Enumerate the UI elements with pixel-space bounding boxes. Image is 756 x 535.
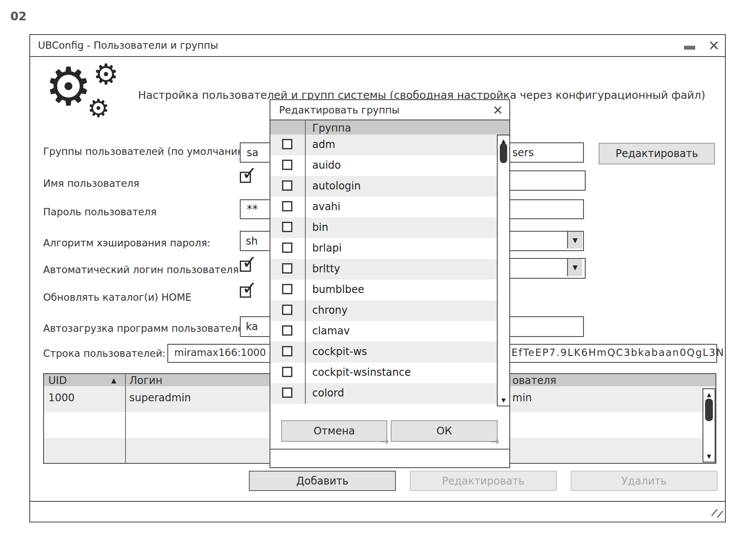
- label-users-string: Строка пользователей:: [43, 348, 166, 359]
- dialog-column-header: Группа: [312, 122, 351, 134]
- check-icon: ✓: [242, 279, 257, 297]
- group-checkbox[interactable]: [282, 263, 292, 274]
- group-label: brltty: [312, 263, 340, 275]
- group-label: clamav: [312, 325, 350, 337]
- dialog-close-icon[interactable]: ✕: [492, 103, 503, 118]
- group-checkbox[interactable]: [282, 160, 292, 170]
- scroll-up-icon[interactable]: ▲: [703, 392, 715, 397]
- table-scrollbar[interactable]: ▲ ▼: [703, 388, 715, 463]
- users-table-header-login[interactable]: Логин: [129, 374, 163, 387]
- group-row[interactable]: cockpit-ws: [270, 342, 509, 362]
- scroll-down-icon[interactable]: ▼: [703, 453, 715, 459]
- dialog-table-header: [270, 120, 509, 135]
- edit-groups-dialog: Редактировать группы ✕ Группа admauidoau…: [270, 99, 510, 468]
- group-row[interactable]: cockpit-wsinstance: [270, 362, 509, 383]
- gear-small-top-icon: ⚙: [93, 60, 119, 89]
- group-checkbox[interactable]: [282, 284, 292, 294]
- group-label: autologin: [312, 180, 361, 192]
- group-label: bin: [312, 221, 328, 233]
- group-row[interactable]: clamav: [270, 321, 509, 342]
- user-name-checkbox[interactable]: ✓: [240, 172, 251, 183]
- check-icon: ✓: [242, 253, 257, 271]
- group-checkbox[interactable]: [282, 305, 292, 315]
- group-row[interactable]: bumblbee: [270, 280, 509, 300]
- group-label: brlapi: [312, 242, 342, 254]
- group-checkbox[interactable]: [282, 201, 292, 211]
- group-label: adm: [312, 138, 335, 151]
- group-row[interactable]: brlapi: [270, 238, 509, 259]
- edit-groups-button[interactable]: Редактировать: [599, 143, 715, 164]
- close-icon[interactable]: ✕: [708, 38, 720, 54]
- statusbar-divider: [29, 501, 726, 502]
- gear-small-bottom-icon: ⚙: [87, 96, 110, 121]
- dialog-scrollbar[interactable]: ▲ ▼: [497, 135, 510, 406]
- check-icon: ✓: [242, 164, 257, 183]
- group-row[interactable]: chrony: [270, 300, 509, 321]
- hash-algorithm-value: sh: [246, 235, 258, 247]
- add-button[interactable]: Добавить: [249, 471, 396, 491]
- hash-algorithm-dropdown-button[interactable]: ▼: [567, 232, 582, 249]
- default-groups-value-right: sers: [512, 147, 534, 159]
- page-number-label: 02: [10, 9, 27, 23]
- group-label: chrony: [312, 304, 348, 316]
- scroll-down-icon[interactable]: ▼: [498, 397, 509, 403]
- table-column-divider: [125, 374, 126, 463]
- label-auto-login: Автоматический логин пользователя: [43, 264, 239, 275]
- users-string-value-left: miramax166:1000: [174, 347, 266, 358]
- group-checkbox[interactable]: [282, 325, 292, 336]
- chevron-down-icon: ▼: [573, 236, 578, 244]
- group-row[interactable]: autologin: [270, 176, 509, 197]
- chevron-down-icon: ▼: [573, 264, 578, 271]
- group-row[interactable]: brltty: [270, 259, 509, 280]
- group-row[interactable]: auido: [270, 155, 509, 176]
- auto-login-checkbox[interactable]: ✓: [240, 261, 251, 272]
- dialog-column-divider: [305, 120, 306, 404]
- default-groups-value-left: sa: [247, 147, 258, 159]
- group-label: bumblbee: [312, 283, 364, 296]
- scrollbar-thumb[interactable]: [705, 399, 713, 421]
- minimize-icon[interactable]: [684, 46, 695, 50]
- cell-tail: min: [512, 392, 532, 404]
- group-label: colord: [312, 387, 344, 399]
- group-row[interactable]: bin: [270, 217, 509, 238]
- group-label: auido: [312, 159, 341, 171]
- users-table-header-tail[interactable]: ователя: [512, 374, 556, 387]
- group-checkbox[interactable]: [282, 180, 292, 191]
- group-checkbox[interactable]: [282, 139, 292, 149]
- label-user-name: Имя пользователя: [43, 178, 139, 189]
- gears-icon: ⚙: [45, 60, 92, 113]
- group-label: cockpit-ws: [312, 346, 367, 358]
- group-row[interactable]: colord: [270, 383, 509, 404]
- group-label: cockpit-wsinstance: [312, 366, 411, 378]
- update-home-checkbox[interactable]: ✓: [240, 286, 251, 298]
- users-table-header-uid[interactable]: UID: [48, 374, 67, 387]
- group-row[interactable]: adm: [270, 135, 509, 155]
- ok-button[interactable]: ОК →: [391, 420, 498, 442]
- dialog-footer-divider: [270, 449, 509, 450]
- auto-login-dropdown-button[interactable]: ▼: [567, 259, 582, 276]
- cancel-button[interactable]: Отмена →: [281, 420, 387, 442]
- screenshot-canvas: 02 UBConfig - Пользователи и группы ✕ ⚙ …: [0, 0, 756, 535]
- cancel-button-label: Отмена: [314, 425, 355, 437]
- group-checkbox[interactable]: [282, 387, 292, 398]
- dialog-title: Редактировать группы: [279, 104, 399, 116]
- scrollbar-thumb[interactable]: [500, 143, 507, 163]
- link-arrow-icon: →: [490, 435, 499, 448]
- edit-button[interactable]: Редактировать: [410, 471, 557, 491]
- group-list: admauidoautologinavahibinbrlapibrlttybum…: [270, 135, 509, 404]
- ok-button-label: ОК: [436, 425, 452, 437]
- group-checkbox[interactable]: [282, 367, 292, 377]
- delete-button[interactable]: Удалить: [571, 471, 718, 491]
- label-update-home: Обновлять каталог(и) HOME: [43, 292, 191, 303]
- group-row[interactable]: avahi: [270, 197, 509, 217]
- sort-asc-icon: ▲: [111, 377, 116, 384]
- group-checkbox[interactable]: [282, 346, 292, 356]
- group-checkbox[interactable]: [282, 222, 292, 232]
- label-autostart-programs: Автозагрузка программ пользователей: [43, 323, 250, 334]
- group-label: avahi: [312, 201, 341, 213]
- label-default-groups: Группы пользователей (по умолчанию): [43, 146, 250, 157]
- group-checkbox[interactable]: [282, 242, 292, 253]
- cell-login: superadmin: [129, 392, 191, 404]
- autostart-programs-value: ka: [246, 321, 258, 333]
- link-arrow-icon: →: [380, 435, 389, 448]
